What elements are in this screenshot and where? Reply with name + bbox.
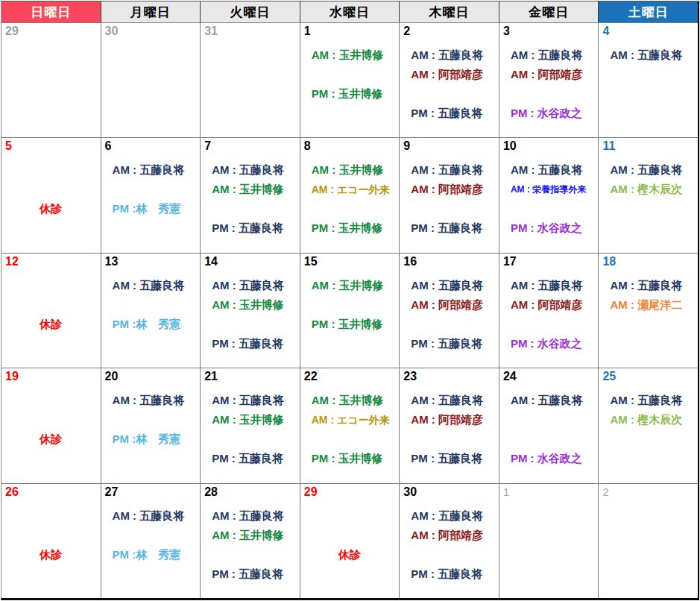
- day-cell-w2-10[interactable]: 10AM : 五藤良将AM : 栄養指導外来PM : 水谷政之: [499, 138, 599, 252]
- day-cell-w5-27[interactable]: 27AM : 五藤良将PM :林 秀憲: [101, 484, 201, 598]
- schedule-entry: AM : 玉井博修: [201, 295, 300, 315]
- day-cell-w1-4[interactable]: 4AM : 五藤良将: [599, 23, 698, 137]
- header-cell-thursday: 木曜日: [400, 1, 499, 22]
- day-number: 11: [602, 139, 615, 153]
- day-cell-w2-9[interactable]: 9AM : 五藤良将AM : 阿部靖彦PM : 五藤良将: [400, 138, 499, 252]
- day-cell-w4-19[interactable]: 19休診: [1, 368, 101, 482]
- schedule-entry: PM :林 秀憲: [101, 545, 201, 564]
- day-number: 17: [503, 255, 517, 268]
- schedule-entry: PM : 水谷政之: [499, 104, 599, 123]
- day-number: 2: [403, 25, 410, 38]
- day-cell-w2-11[interactable]: 11AM : 五藤良将AM : 樫木辰次: [599, 138, 698, 252]
- day-cell-w2-8[interactable]: 8AM : 玉井博修AM : エコー外来PM : 玉井博修: [300, 138, 400, 252]
- day-cell-w4-23[interactable]: 23AM : 五藤良将AM : 阿部靖彦PM : 五藤良将: [400, 368, 499, 482]
- day-cell-w5-26[interactable]: 26休診: [1, 484, 101, 598]
- day-number: 30: [105, 25, 119, 38]
- week-row-3: 12休診13AM : 五藤良将PM :林 秀憲14AM : 五藤良将AM : 玉…: [1, 254, 698, 368]
- schedule-entry: AM : 玉井博修: [300, 391, 400, 410]
- day-cell-w4-25[interactable]: 25AM : 五藤良将AM : 樫木辰次: [599, 368, 698, 482]
- schedule-entry: PM : 玉井博修: [300, 315, 400, 334]
- day-number: 30: [403, 485, 417, 499]
- schedule-entry: AM : 玉井博修: [201, 410, 300, 429]
- day-cell-w1-1[interactable]: 1AM : 玉井博修PM : 玉井博修: [300, 23, 400, 137]
- day-number: 1: [304, 25, 311, 38]
- week-row-4: 19休診20AM : 五藤良将PM :林 秀憲21AM : 五藤良将AM : 玉…: [1, 368, 698, 483]
- closed-label: 休診: [1, 199, 101, 218]
- day-cell-w4-22[interactable]: 22AM : 玉井博修AM : エコー外来PM : 玉井博修: [300, 368, 400, 482]
- day-number: 25: [602, 370, 616, 383]
- day-number: 7: [204, 139, 211, 153]
- schedule-entry: PM :林 秀憲: [101, 429, 201, 449]
- week-row-5: 26休診27AM : 五藤良将PM :林 秀憲28AM : 五藤良将AM : 玉…: [1, 484, 698, 598]
- day-number: 8: [304, 139, 311, 153]
- day-cell-w3-13[interactable]: 13AM : 五藤良将PM :林 秀憲: [101, 254, 201, 368]
- day-cell-w5-2[interactable]: 2: [599, 484, 698, 598]
- day-cell-w2-6[interactable]: 6AM : 五藤良将PM :林 秀憲: [101, 138, 201, 252]
- calendar-grid: 2930311AM : 玉井博修PM : 玉井博修2AM : 五藤良将AM : …: [1, 23, 698, 598]
- day-cell-w4-21[interactable]: 21AM : 五藤良将AM : 玉井博修PM : 五藤良将: [201, 368, 300, 482]
- day-cell-w4-24[interactable]: 24AM : 五藤良将PM : 水谷政之: [499, 368, 599, 482]
- day-cell-w3-17[interactable]: 17AM : 五藤良将AM : 阿部靖彦PM : 水谷政之: [499, 254, 599, 368]
- closed-label: 休診: [1, 545, 101, 564]
- week-row-1: 2930311AM : 玉井博修PM : 玉井博修2AM : 五藤良将AM : …: [1, 23, 698, 138]
- day-number: 31: [204, 25, 218, 38]
- day-number: 22: [304, 370, 318, 383]
- day-number: 18: [602, 255, 616, 268]
- week-row-2: 5休診6AM : 五藤良将PM :林 秀憲7AM : 五藤良将AM : 玉井博修…: [1, 138, 698, 253]
- schedule-entry: AM : 五藤良将: [599, 45, 698, 65]
- schedule-entry: PM : 五藤良将: [400, 334, 499, 353]
- day-number: 12: [5, 255, 19, 268]
- schedule-entry: AM : 玉井博修: [201, 180, 300, 199]
- schedule-entry: PM : 五藤良将: [400, 449, 499, 468]
- day-cell-w2-5[interactable]: 5休診: [1, 138, 101, 252]
- day-cell-w5-30[interactable]: 30AM : 五藤良将AM : 阿部靖彦PM : 五藤良将: [400, 484, 499, 598]
- day-cell-w1-29[interactable]: 29: [1, 23, 101, 137]
- day-number: 28: [204, 485, 218, 499]
- schedule-entry: AM : 玉井博修: [300, 160, 400, 180]
- day-number: 16: [403, 255, 417, 268]
- schedule-entry: AM : 瀬尾洋二: [599, 295, 698, 315]
- schedule-entry: AM : 五藤良将: [201, 506, 300, 526]
- schedule-entry: PM : 水谷政之: [499, 218, 599, 238]
- schedule-entry: AM : 玉井博修: [201, 526, 300, 545]
- day-cell-w2-7[interactable]: 7AM : 五藤良将AM : 玉井博修PM : 五藤良将: [201, 138, 300, 252]
- day-number: 2: [602, 485, 608, 498]
- schedule-entry: PM :林 秀憲: [101, 199, 201, 218]
- day-cell-w3-12[interactable]: 12休診: [1, 254, 101, 368]
- day-cell-w3-15[interactable]: 15AM : 玉井博修PM : 玉井博修: [300, 254, 400, 368]
- day-cell-w1-2[interactable]: 2AM : 五藤良将AM : 阿部靖彦PM : 五藤良将: [400, 23, 499, 137]
- day-cell-w1-31[interactable]: 31: [201, 23, 300, 137]
- schedule-entry: AM : 五藤良将: [101, 506, 201, 526]
- schedule-entry: AM : 五藤良将: [499, 276, 599, 295]
- day-number: 15: [304, 255, 318, 268]
- day-number: 5: [5, 139, 12, 153]
- schedule-entry: AM : 五藤良将: [400, 160, 499, 180]
- day-cell-w3-14[interactable]: 14AM : 五藤良将AM : 玉井博修PM : 五藤良将: [201, 254, 300, 368]
- day-cell-w5-29[interactable]: 29休診: [300, 484, 400, 598]
- day-number: 9: [403, 139, 410, 153]
- day-number: 24: [503, 370, 517, 383]
- day-cell-w3-16[interactable]: 16AM : 五藤良将AM : 阿部靖彦PM : 五藤良将: [400, 254, 499, 368]
- schedule-entry: PM : 五藤良将: [400, 218, 499, 238]
- schedule-entry: AM : 五藤良将: [101, 160, 201, 180]
- schedule-entry: AM : 五藤良将: [400, 276, 499, 295]
- day-number: 19: [5, 370, 19, 383]
- schedule-entry: PM : 五藤良将: [400, 564, 499, 584]
- schedule-entry: AM : 阿部靖彦: [400, 180, 499, 199]
- closed-label: 休診: [1, 315, 101, 334]
- day-number: 26: [5, 485, 19, 499]
- day-cell-w5-28[interactable]: 28AM : 五藤良将AM : 玉井博修PM : 五藤良将: [201, 484, 300, 598]
- header-cell-wednesday: 水曜日: [300, 1, 400, 22]
- day-cell-w1-3[interactable]: 3AM : 五藤良将AM : 阿部靖彦PM : 水谷政之: [499, 23, 599, 137]
- day-cell-w4-20[interactable]: 20AM : 五藤良将PM :林 秀憲: [101, 368, 201, 482]
- day-number: 3: [503, 25, 510, 38]
- day-cell-w1-30[interactable]: 30: [101, 23, 201, 137]
- schedule-entry: PM : 五藤良将: [201, 564, 300, 584]
- day-cell-w5-1[interactable]: 1: [499, 484, 599, 598]
- weekday-header-row: 日曜日月曜日火曜日水曜日木曜日金曜日土曜日: [1, 1, 698, 23]
- schedule-entry: AM : 阿部靖彦: [400, 526, 499, 545]
- day-cell-w3-18[interactable]: 18AM : 五藤良将AM : 瀬尾洋二: [599, 254, 698, 368]
- header-cell-sunday: 日曜日: [1, 1, 101, 22]
- day-number: 6: [105, 139, 112, 153]
- header-cell-tuesday: 火曜日: [201, 1, 300, 22]
